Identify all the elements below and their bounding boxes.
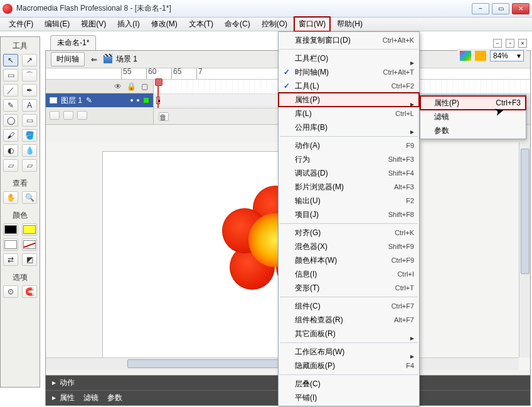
edit-symbol-icon[interactable] [475, 51, 486, 61]
menu-item[interactable]: 变形(T)Ctrl+T [279, 281, 419, 295]
menu-item[interactable]: 库(L)Ctrl+L [279, 107, 419, 120]
menu-item[interactable]: 影片浏览器(M)Alt+F3 [279, 180, 419, 194]
trash-icon[interactable]: 🗑 [159, 112, 169, 121]
menu-item[interactable]: 动作(A)F9 [279, 139, 419, 152]
menu-3[interactable]: 插入(I) [112, 16, 144, 32]
menu-2[interactable]: 视图(V) [76, 16, 111, 32]
panel-params[interactable]: 参数 [107, 393, 122, 403]
swap-colors[interactable]: ⇄ [3, 253, 18, 266]
maximize-button[interactable]: ▭ [492, 3, 509, 14]
outline-icon[interactable]: ▢ [141, 82, 148, 91]
back-icon[interactable]: ⇐ [91, 55, 97, 64]
subselection-tool[interactable]: ↗ [22, 54, 37, 66]
pencil-icon: ✎ [86, 96, 92, 105]
layer-row[interactable]: 图层 1 ✎ [46, 93, 153, 107]
menu-item[interactable]: 工作区布局(W) [279, 345, 419, 359]
doc-restore[interactable]: ▫ [506, 39, 514, 48]
menu-item[interactable]: 组件(C)Ctrl+F7 [279, 299, 419, 313]
menu-item[interactable]: 工具(L)Ctrl+F2 [279, 79, 419, 93]
ruler-tick: 55 [121, 68, 146, 79]
stroke-color[interactable] [3, 223, 18, 236]
selection-tool[interactable]: ↖ [3, 54, 18, 66]
menu-9[interactable]: 帮助(H) [332, 16, 368, 32]
menu-item[interactable]: 属性(P) [279, 93, 419, 107]
new-layer-icon[interactable] [50, 111, 60, 120]
layer-folder-icon[interactable] [63, 111, 73, 120]
oval-tool[interactable]: ◯ [3, 114, 18, 127]
eye-icon[interactable]: 👁 [114, 82, 122, 91]
submenu-item[interactable]: 参数 [420, 124, 526, 137]
menu-6[interactable]: 命令(C) [220, 16, 255, 32]
eyedropper-tool[interactable]: 💧 [22, 144, 37, 157]
clapboard-icon [104, 56, 112, 63]
menu-item[interactable]: 公用库(B) [279, 120, 419, 134]
menu-item[interactable]: 组件检查器(R)Alt+F7 [279, 313, 419, 327]
snap-option[interactable]: ⊙ [3, 285, 18, 298]
menu-5[interactable]: 文本(T) [184, 16, 218, 32]
panel-actions[interactable]: 动作 [52, 378, 75, 388]
menu-bar: 文件(F)编辑(E)视图(V)插入(I)修改(M)文本(T)命令(C)控制(O)… [0, 18, 532, 31]
scene-indicator[interactable]: 场景 1 [104, 54, 137, 65]
lock-icon[interactable]: 🔒 [127, 82, 136, 91]
menu-item[interactable]: 信息(I)Ctrl+I [279, 267, 419, 281]
eraser-tool[interactable]: ▱ [3, 159, 18, 172]
submenu-item[interactable]: 滤镜 [420, 110, 526, 124]
menu-item[interactable]: 项目(J)Shift+F8 [279, 208, 419, 221]
timeline-button[interactable]: 时间轴 [51, 52, 85, 66]
menu-item[interactable]: 直接复制窗口(D)Ctrl+Alt+K [279, 33, 419, 47]
ink-bottle-tool[interactable]: ◐ [3, 144, 18, 157]
hand-tool[interactable]: ✋ [3, 191, 18, 204]
line-tool[interactable]: ／ [3, 84, 18, 97]
menu-0[interactable]: 文件(F) [4, 16, 38, 32]
free-transform-tool[interactable]: ▭ [3, 69, 18, 82]
edit-scene-icon[interactable] [460, 51, 471, 61]
text-tool[interactable]: A [22, 99, 37, 112]
fill-color[interactable] [3, 238, 18, 251]
menu-item[interactable]: 工具栏(O) [279, 51, 419, 65]
brush-tool[interactable]: 🖌 [3, 129, 18, 142]
document-tab[interactable]: 未命名-1* [50, 35, 96, 50]
eraser2-tool[interactable]: ▱ [22, 159, 37, 172]
doc-close[interactable]: × [518, 39, 527, 48]
close-button[interactable]: ✕ [512, 3, 529, 14]
stroke-swatch[interactable] [22, 223, 37, 236]
doc-minimize[interactable]: − [493, 39, 502, 48]
panel-properties[interactable]: 属性 [52, 393, 75, 403]
menu-item[interactable]: 其它面板(R) [279, 327, 419, 341]
menu-item[interactable]: 调试器(D)Shift+F4 [279, 166, 419, 180]
menu-item[interactable]: 颜色样本(W)Ctrl+F9 [279, 253, 419, 267]
rectangle-tool[interactable]: ▭ [22, 114, 37, 127]
menu-item[interactable]: 输出(U)F2 [279, 194, 419, 208]
menu-item[interactable]: 平铺(I) [279, 391, 419, 404]
menu-item[interactable]: 对齐(G)Ctrl+K [279, 226, 419, 240]
menu-7[interactable]: 控制(O) [257, 16, 292, 32]
zoom-select[interactable]: 84%▾ [490, 50, 524, 61]
panel-filters[interactable]: 滤镜 [83, 393, 98, 403]
pencil-tool[interactable]: ✎ [3, 99, 18, 112]
fill-swatch[interactable] [22, 238, 37, 251]
menu-item[interactable]: 混色器(X)Shift+F9 [279, 240, 419, 253]
paint-bucket-tool[interactable]: 🪣 [22, 129, 37, 142]
zoom-tool[interactable]: 🔍 [22, 191, 37, 204]
layer-header: 👁 🔒 ▢ [46, 80, 153, 93]
menu-8[interactable]: 窗口(W) [294, 16, 331, 32]
vscroll-thumb[interactable] [521, 149, 529, 274]
menu-4[interactable]: 修改(M) [146, 16, 183, 32]
menu-1[interactable]: 编辑(E) [40, 16, 75, 32]
vertical-scrollbar[interactable] [519, 142, 530, 357]
dropdown-arrow-icon: ▾ [517, 51, 521, 60]
workspace: 工具 ↖ ↗ ▭ ⌒ ／ ✒ ✎ A ◯ ▭ 🖌 🪣 ◐ 💧 ▱ ▱ 查看 ✋ … [0, 31, 532, 407]
submenu-item[interactable]: 属性(P)Ctrl+F3 [420, 96, 526, 110]
minimize-button[interactable]: − [472, 3, 489, 14]
lasso-tool[interactable]: ⌒ [22, 69, 37, 82]
magnet-option[interactable]: 🧲 [22, 285, 37, 298]
menu-item[interactable]: 层叠(C) [279, 377, 419, 391]
delete-layer-icon[interactable] [77, 111, 87, 120]
view-section-title: 查看 [13, 178, 28, 189]
pen-tool[interactable]: ✒ [22, 84, 37, 97]
layer-name: 图层 1 [61, 95, 82, 106]
default-colors[interactable]: ◩ [22, 253, 37, 266]
menu-item[interactable]: 行为Shift+F3 [279, 152, 419, 166]
menu-item[interactable]: 时间轴(M)Ctrl+Alt+T [279, 65, 419, 79]
menu-item[interactable]: 隐藏面板(P)F4 [279, 359, 419, 373]
